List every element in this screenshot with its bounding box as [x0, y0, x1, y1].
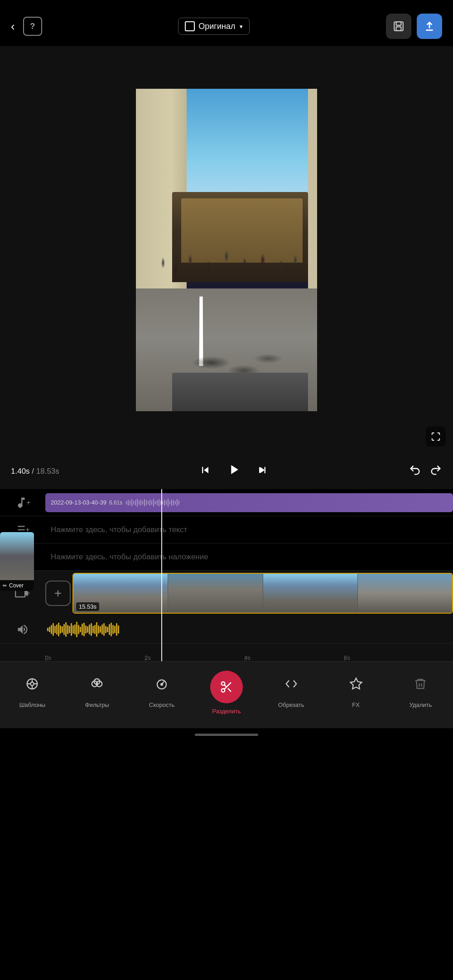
chevron-down-icon: ▾ [240, 23, 243, 30]
audio-wave-bar [105, 626, 106, 633]
cover-thumb-image [0, 532, 34, 580]
svg-point-4 [31, 682, 34, 686]
clip-thumbnail-1: 15.53s [73, 574, 168, 613]
top-bar: ‹ ? Оригинал ▾ [0, 0, 453, 46]
video-clips-strip[interactable]: 15.53s [72, 573, 453, 614]
clip-thumbnail-2 [168, 574, 263, 613]
music-track-row: + 2022-09-13-03-40-39 6.61s [0, 489, 453, 516]
audio-wave-bar [76, 622, 77, 637]
text-track-content[interactable]: Нажмите здесь, чтобы добавить текст [45, 520, 453, 540]
toolbar-icon-скорость [149, 671, 175, 697]
skip-forward-button[interactable] [256, 464, 269, 480]
audio-wave-bar [112, 625, 114, 634]
audio-wave-bar [69, 626, 70, 633]
audio-wave-bar [100, 626, 101, 633]
toolbar-item-скорость[interactable]: Скорость [141, 671, 182, 708]
music-track-content[interactable]: 2022-09-13-03-40-39 6.61s [45, 493, 453, 512]
overlay-track-row: + Нажмите здесь, чтобы добавить наложени… [0, 543, 453, 571]
audio-wave-bar [114, 626, 116, 633]
toolbar-label-шаблоны: Шаблоны [19, 701, 46, 708]
timecode-tick [45, 656, 46, 661]
current-time: 1.40s [11, 467, 30, 476]
video-track-content: + 15.53s [45, 573, 453, 614]
timecode-tick [145, 656, 145, 661]
video-track-row: + + 15.53s [0, 571, 453, 616]
audio-wave-bar [87, 626, 88, 633]
save-button[interactable] [386, 14, 411, 39]
playback-controls [199, 462, 269, 481]
toolbar-items: ШаблоныФильтрыСкоростьРазделитьОбрезатьF… [0, 671, 453, 715]
svg-point-13 [161, 683, 163, 685]
timecode-tick [344, 656, 345, 661]
audio-wave-bar [101, 625, 103, 634]
history-controls [409, 464, 442, 480]
redo-button[interactable] [429, 464, 442, 480]
total-time: 18.53s [36, 467, 59, 476]
toolbar-item-фильтры[interactable]: Фильтры [77, 671, 117, 708]
back-button[interactable]: ‹ [11, 19, 15, 34]
timecode-label: 2s [145, 655, 151, 661]
timecode-ruler: 0s2s4s6s [0, 643, 453, 661]
top-bar-right [386, 14, 442, 39]
help-button[interactable]: ? [23, 17, 42, 36]
music-waveform [126, 499, 179, 507]
audio-wave-bar [111, 623, 112, 636]
svg-rect-2 [396, 27, 401, 31]
timecode-label: 4s [245, 655, 251, 661]
time-controls: 1.40s / 18.53s [0, 454, 453, 489]
fullscreen-button[interactable] [426, 427, 446, 447]
export-button[interactable] [417, 14, 442, 39]
audio-icon-area [0, 623, 45, 636]
video-preview-area [0, 46, 453, 454]
audio-wave-bar [65, 622, 67, 637]
toolbar-item-шаблоны[interactable]: Шаблоны [12, 671, 53, 708]
clip-duration-badge: 15.53s [76, 602, 99, 611]
toolbar-label-фильтры: Фильтры [85, 701, 109, 708]
music-track-name: 2022-09-13-03-40-39 [51, 499, 106, 506]
audio-wave-bar [116, 623, 117, 636]
cover-thumbnail[interactable]: ✏ Cover [0, 532, 34, 591]
audio-wave-bar [107, 627, 108, 632]
svg-point-15 [222, 689, 225, 692]
cover-edit-icon: ✏ [3, 583, 7, 589]
toolbar-label-скорость: Скорость [149, 701, 174, 708]
audio-wave-bar [72, 625, 74, 634]
toolbar-item-разделить[interactable]: Разделить [206, 671, 247, 715]
overlay-track-content[interactable]: Нажмите здесь, чтобы добавить наложение [45, 547, 453, 567]
toolbar-item-fx[interactable]: FX [336, 671, 376, 708]
audio-wave-bar [103, 623, 105, 636]
toolbar-label-обрезать: Обрезать [278, 701, 304, 708]
add-clip-button[interactable]: + [45, 581, 71, 606]
format-icon [185, 21, 195, 31]
audio-waveform-row [0, 616, 453, 643]
bottom-toolbar: ШаблоныФильтрыСкоростьРазделитьОбрезатьF… [0, 661, 453, 728]
audio-waveform-content [45, 620, 453, 639]
audio-wave-bar [98, 625, 99, 634]
svg-point-14 [222, 682, 225, 686]
timecode-marks: 0s2s4s6s [45, 644, 453, 661]
toolbar-icon-обрезать [278, 671, 304, 697]
tracks-wrapper: ✏ Cover + 2022-09-13-03-40-39 6.61s [0, 489, 453, 661]
audio-wave-bar [82, 624, 83, 635]
skip-back-button[interactable] [199, 464, 212, 480]
timecode-tick [245, 656, 245, 661]
overlay-track-placeholder: Нажмите здесь, чтобы добавить наложение [45, 547, 453, 567]
music-track-icon: + [0, 496, 45, 509]
audio-wave-bar [118, 625, 119, 634]
undo-button[interactable] [409, 464, 421, 480]
music-clip[interactable]: 2022-09-13-03-40-39 6.61s [45, 493, 453, 512]
audio-wave-bar [47, 628, 48, 631]
video-frame [136, 89, 317, 411]
play-button[interactable] [226, 462, 241, 481]
text-track-row: + Нажмите здесь, чтобы добавить текст [0, 516, 453, 543]
time-separator: / [32, 467, 36, 476]
audio-wave-bar [109, 624, 110, 635]
svg-rect-1 [396, 22, 401, 25]
cover-label: Cover [9, 582, 24, 589]
format-selector[interactable]: Оригинал ▾ [178, 18, 250, 35]
toolbar-item-удалить[interactable]: Удалить [400, 671, 441, 708]
toolbar-icon-fx [343, 671, 369, 697]
toolbar-item-обрезать[interactable]: Обрезать [271, 671, 312, 708]
audio-wave-bar [49, 627, 50, 632]
toolbar-label-разделить: Разделить [212, 708, 241, 715]
